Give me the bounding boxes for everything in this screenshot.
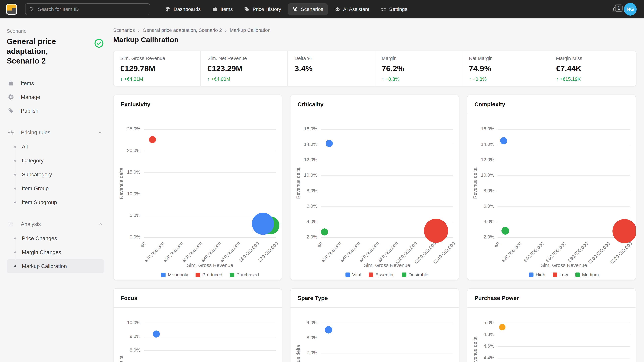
bubble-spare-type[interactable]	[325, 326, 332, 334]
chart-card-purchase-power: Purchase Power5.0%4.8%4.6%4.4%4.2%4.0%Re…	[467, 288, 636, 362]
legend-swatch-icon	[576, 273, 580, 277]
bubble-desirable[interactable]	[321, 228, 328, 236]
legend-item-produced[interactable]: Produced	[196, 272, 222, 278]
app-logo-icon[interactable]	[6, 4, 17, 15]
y-tick-label: 2.0%	[296, 234, 317, 240]
breadcrumb-item[interactable]: General price adaptation, Scenario 2	[143, 27, 222, 33]
analysis-icon	[8, 221, 14, 227]
y-tick-label: 16.0%	[296, 126, 317, 132]
nav-item-settings[interactable]: Settings	[376, 3, 412, 15]
chart-card-complexity: Complexity16.0%14.0%12.0%10.0%8.0%6.0%4.…	[467, 94, 636, 280]
legend-item-purchased[interactable]: Purchased	[230, 272, 259, 278]
y-axis-label: Revenue delta	[296, 345, 301, 362]
gridline	[321, 175, 453, 176]
gridline	[321, 129, 453, 130]
nav-right-cluster: NG 1	[611, 3, 638, 15]
sidebar-item-category[interactable]: Category	[7, 154, 104, 168]
sidebar-item-manage[interactable]: Manage	[7, 90, 104, 104]
chevron-up-icon[interactable]	[97, 221, 103, 227]
page-title: Markup Calibration	[113, 36, 636, 44]
chart-card-focus: Focus10.0%9.0%8.0%7.0%6.0%5.0%4.0%3.0%Re…	[113, 288, 282, 362]
legend-item-desirable[interactable]: Desirable	[402, 272, 428, 278]
y-tick-label: 5.0%	[120, 213, 140, 218]
legend-item-medium[interactable]: Medium	[576, 272, 599, 278]
y-tick-label: 5.0%	[474, 320, 494, 325]
legend-item-low[interactable]: Low	[552, 272, 568, 278]
nav-item-label: Price History	[252, 6, 281, 12]
gridline	[144, 194, 276, 194]
bubble-produced[interactable]	[149, 136, 156, 143]
legend-item-high[interactable]: High	[529, 272, 546, 278]
sidebar-item-markup-calibration[interactable]: Markup Calibration	[7, 259, 104, 273]
y-tick-label: 9.0%	[120, 334, 140, 339]
bubble-medium[interactable]	[502, 227, 509, 235]
y-tick-label: 8.0%	[296, 335, 317, 340]
y-tick-label: 16.0%	[474, 126, 494, 132]
legend-item-essential[interactable]: Essential	[368, 272, 394, 278]
sidebar-item-item-group[interactable]: Item Group	[7, 182, 104, 195]
kpi-delta: ↑ +€4.00M	[208, 76, 281, 82]
nav-item-ai-assistant[interactable]: AI Assistant	[330, 3, 374, 15]
bubble-essential[interactable]	[424, 219, 448, 243]
y-tick-label: 6.0%	[474, 203, 494, 209]
nav-item-dashboards[interactable]: Dashboards	[160, 3, 205, 15]
gridline	[144, 129, 276, 130]
sidebar-group-label: Analysis	[21, 221, 41, 227]
avatar[interactable]: NG	[624, 3, 636, 15]
legend-item-monopoly[interactable]: Monopoly	[161, 272, 188, 278]
kpi-label: Margin	[382, 56, 455, 61]
gridline	[498, 222, 630, 222]
chart-title: Focus	[120, 295, 137, 301]
sidebar-item-publish[interactable]: Publish	[7, 104, 104, 118]
legend-swatch-icon	[230, 273, 234, 277]
legend-label: Purchased	[236, 272, 259, 278]
kpi-value: 74.9%	[469, 64, 542, 73]
x-tick-label: €20,000,000	[162, 241, 185, 263]
kpi-delta: ↑ +0.8%	[382, 76, 455, 82]
sidebar-item-subcategory[interactable]: Subcategory	[7, 168, 104, 182]
chevron-up-icon[interactable]	[97, 130, 103, 135]
sidebar-item-label: Category	[7, 158, 44, 164]
legend-item-vital[interactable]: Vital	[346, 272, 361, 278]
kpi-value: €123.29M	[208, 64, 281, 73]
nav-item-price-history[interactable]: Price History	[240, 3, 286, 15]
sidebar-item-items[interactable]: Items	[7, 76, 104, 90]
bubble-low[interactable]	[612, 219, 636, 243]
nav-item-items[interactable]: Items	[208, 3, 237, 15]
nav-item-scenarios[interactable]: Scenarios	[288, 3, 328, 15]
sidebar-group-header-analysis[interactable]: Analysis	[7, 218, 104, 230]
search-input[interactable]	[25, 3, 150, 15]
y-tick-label: 20.0%	[120, 148, 140, 153]
y-tick-label: 8.0%	[120, 348, 140, 353]
gridline	[321, 191, 453, 191]
nav-item-label: Items	[220, 6, 233, 12]
gridline	[321, 338, 453, 338]
y-tick-label: 2.0%	[474, 234, 494, 240]
x-tick-label: €100,000,000	[587, 241, 611, 265]
bullet-icon	[14, 146, 16, 148]
sidebar-item-all[interactable]: All	[7, 140, 104, 154]
bubble-monopoly[interactable]	[252, 213, 274, 235]
bubble-focus[interactable]	[153, 331, 160, 338]
y-tick-label: 4.0%	[474, 219, 494, 224]
breadcrumb-item[interactable]: Scenarios	[113, 27, 135, 33]
dashboards-icon	[165, 6, 171, 12]
breadcrumb-separator-icon: ›	[138, 27, 140, 33]
bubble-vital[interactable]	[326, 140, 333, 147]
bubble-purchase-power[interactable]	[499, 324, 506, 330]
sidebar-group-header-pricing-rules[interactable]: Pricing rules	[7, 126, 104, 138]
y-tick-label: 14.0%	[474, 142, 494, 147]
sidebar-item-margin-changes[interactable]: Margin Changes	[7, 245, 104, 259]
y-tick-label: 14.0%	[296, 142, 317, 147]
legend-label: Medium	[582, 272, 599, 278]
y-tick-label: 12.0%	[474, 157, 494, 162]
sidebar: Scenario General price adaptation, Scena…	[0, 18, 111, 362]
primary-nav: DashboardsItemsPrice HistoryScenariosAI …	[160, 3, 412, 15]
x-tick-label: €0	[493, 241, 501, 249]
legend-label: Vital	[352, 272, 361, 278]
bubble-high[interactable]	[500, 137, 507, 144]
chart-title: Complexity	[474, 101, 505, 108]
y-tick-label: 10.0%	[120, 320, 140, 325]
sidebar-item-item-subgroup[interactable]: Item Subgroup	[7, 195, 104, 209]
sidebar-item-price-changes[interactable]: Price Changes	[7, 231, 104, 245]
